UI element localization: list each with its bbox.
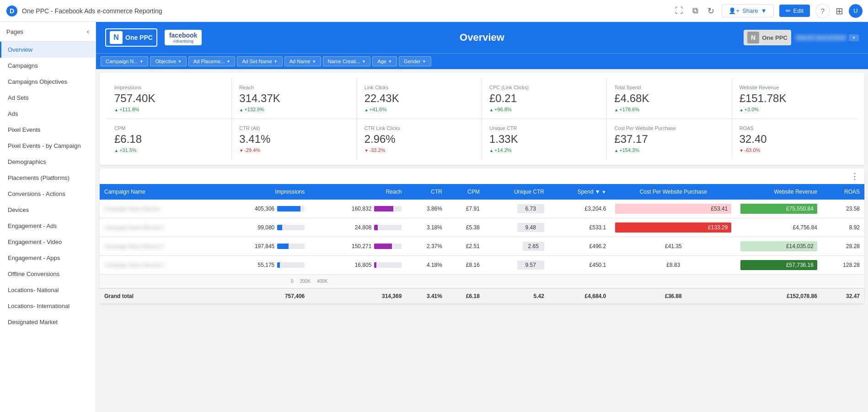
sidebar-item-engagement-video[interactable]: Engagement - Video bbox=[0, 234, 96, 250]
sidebar-item-ad-sets[interactable]: Ad Sets bbox=[0, 90, 96, 106]
metric-cost-per-purchase-change: +154.3% bbox=[614, 147, 724, 153]
sidebar-item-demographics[interactable]: Demographics bbox=[0, 154, 96, 170]
row2-impressions: 99,080 bbox=[212, 218, 309, 237]
filter-campaign-name[interactable]: Campaign N... bbox=[101, 56, 148, 66]
col-reach[interactable]: Reach bbox=[309, 184, 406, 200]
metric-unique-ctr-change: +14.2% bbox=[489, 147, 599, 153]
table-options-menu[interactable]: ⋮ bbox=[851, 171, 859, 181]
share-chevron-icon: ▼ bbox=[761, 7, 767, 14]
edit-button[interactable]: ✏ Edit bbox=[779, 5, 810, 17]
row4-spend: £450.1 bbox=[549, 256, 611, 275]
sidebar-item-ads[interactable]: Ads bbox=[0, 106, 96, 122]
row3-roas: 28.28 bbox=[822, 237, 864, 256]
row3-unique-ctr: 2.65 bbox=[484, 237, 549, 256]
row2-website-rev: £4,756.84 bbox=[736, 218, 822, 237]
filter-ad-set-name[interactable]: Ad Set Name bbox=[237, 56, 282, 66]
col-cpm[interactable]: CPM bbox=[447, 184, 484, 200]
sidebar-item-pixel-events[interactable]: Pixel Events bbox=[0, 122, 96, 138]
sidebar-item-overview[interactable]: Overview bbox=[0, 42, 96, 58]
metrics-section: Impressions 757.40K +111.8% Reach 314.37… bbox=[100, 73, 864, 165]
row2-roas: 8.92 bbox=[822, 218, 864, 237]
col-ctr[interactable]: CTR bbox=[406, 184, 447, 200]
row4-unique-ctr: 9.57 bbox=[484, 256, 549, 275]
col-roas[interactable]: ROAS bbox=[822, 184, 864, 200]
share-button[interactable]: 👤+ Share ▼ bbox=[722, 4, 773, 17]
metric-roas: ROAS 32.40 -63.0% bbox=[732, 119, 857, 159]
arrow-up-icon bbox=[489, 107, 493, 112]
sidebar-item-campaigns[interactable]: Campaigns bbox=[0, 58, 96, 74]
grand-total-unique-ctr: 5.42 bbox=[484, 288, 549, 304]
main-content: N One PPC facebook Advertising Overview … bbox=[96, 22, 868, 412]
edit-label: Edit bbox=[793, 7, 804, 14]
share-label: Share bbox=[742, 7, 758, 14]
logo-one-ppc-label-left: One PPC bbox=[125, 34, 153, 41]
col-website-revenue[interactable]: Website Revenue bbox=[736, 184, 822, 200]
metric-total-spend-value: £4.68K bbox=[614, 92, 724, 105]
sidebar-item-engagement-ads[interactable]: Engagement - Ads bbox=[0, 218, 96, 234]
metric-cost-per-purchase-value: £37.17 bbox=[614, 133, 724, 146]
refresh-button[interactable]: ↻ bbox=[706, 4, 716, 18]
grand-total-row: Grand total 757,406 314,369 3.41% £6.18 … bbox=[100, 288, 864, 304]
grand-total-roas: 32.47 bbox=[822, 288, 864, 304]
fb-text: facebook bbox=[169, 32, 197, 39]
col-cost-per-purchase[interactable]: Cost Per Website Purchase bbox=[611, 184, 736, 200]
sidebar-collapse-icon[interactable]: ‹ bbox=[87, 27, 89, 36]
metric-ctr-all-change: -29.4% bbox=[239, 147, 349, 153]
filter-ad-name[interactable]: Ad Name bbox=[284, 56, 321, 66]
metric-cpc: CPC (Link Clicks) £0.21 +96.8% bbox=[482, 78, 607, 119]
filter-name-creative[interactable]: Name Creati... bbox=[323, 56, 371, 66]
sidebar-item-placements[interactable]: Placements (Platforms) bbox=[0, 170, 96, 186]
arrow-down-icon bbox=[739, 147, 744, 153]
avatar[interactable]: U bbox=[849, 4, 863, 18]
rev-badge: £57,736.16 bbox=[740, 260, 817, 270]
sidebar-item-campaigns-objectives[interactable]: Campaigns Objectives bbox=[0, 74, 96, 90]
metric-cpc-label: CPC (Link Clicks) bbox=[489, 85, 599, 90]
arrow-up-icon bbox=[114, 107, 118, 112]
metric-link-clicks-label: Link Clicks bbox=[364, 85, 474, 90]
sidebar-item-devices[interactable]: Devices bbox=[0, 202, 96, 218]
unique-ctr-bg: 2.65 bbox=[523, 242, 544, 251]
row3-ctr: 2.37% bbox=[406, 237, 447, 256]
filter-gender[interactable]: Gender bbox=[399, 56, 431, 66]
date-dropdown-icon[interactable]: ▼ bbox=[849, 34, 859, 41]
metric-cpm-change: +31.5% bbox=[114, 147, 224, 153]
metric-impressions-label: Impressions bbox=[114, 85, 224, 90]
metric-ctr-all: CTR (All) 3.41% -29.4% bbox=[232, 119, 357, 159]
sidebar-item-pixel-events-campaign[interactable]: Pixel Events - by Campaign bbox=[0, 138, 96, 154]
col-campaign-name[interactable]: Campaign Name bbox=[100, 184, 212, 200]
sidebar-item-locations-national[interactable]: Locations- National bbox=[0, 282, 96, 298]
unique-ctr-bg: 9.48 bbox=[517, 223, 544, 232]
filter-ad-placement[interactable]: Ad Placeme... bbox=[188, 56, 235, 66]
row4-ctr: 4.18% bbox=[406, 256, 447, 275]
metric-cpc-change: +96.8% bbox=[489, 107, 599, 112]
metric-roas-change: -63.0% bbox=[739, 147, 850, 153]
sidebar-item-engagement-apps[interactable]: Engagement - Apps bbox=[0, 250, 96, 266]
sidebar-item-offline-conversions[interactable]: Offline Conversions bbox=[0, 266, 96, 282]
grand-total-cpm: £6.18 bbox=[447, 288, 484, 304]
grand-total-ctr: 3.41% bbox=[406, 288, 447, 304]
logo-n-letter-right: N bbox=[751, 34, 755, 41]
metric-roas-value: 32.40 bbox=[739, 133, 850, 146]
col-impressions[interactable]: Impressions bbox=[212, 184, 309, 200]
col-unique-ctr[interactable]: Unique CTR bbox=[484, 184, 549, 200]
copy-button[interactable]: ⧉ bbox=[691, 4, 700, 17]
metric-total-spend-change: +178.6% bbox=[614, 107, 724, 112]
row3-impressions: 197,845 bbox=[212, 237, 309, 256]
filter-age[interactable]: Age bbox=[372, 56, 397, 66]
sidebar-item-conversions-actions[interactable]: Conversions - Actions bbox=[0, 186, 96, 202]
sidebar-item-locations-intl[interactable]: Locations- International bbox=[0, 298, 96, 314]
apps-button[interactable]: ⊞ bbox=[836, 5, 843, 16]
col-spend[interactable]: Spend ▼ bbox=[549, 184, 611, 200]
row4-impressions: 55,175 bbox=[212, 256, 309, 275]
filter-objective[interactable]: Objective bbox=[150, 56, 187, 66]
metric-total-spend-label: Total Spend bbox=[614, 85, 724, 90]
metric-roas-label: ROAS bbox=[739, 125, 850, 131]
fullscreen-button[interactable]: ⛶ bbox=[673, 4, 685, 17]
metric-ctr-link-clicks: CTR Link Clicks 2.96% -33.2% bbox=[357, 119, 482, 159]
sidebar-item-designated-market[interactable]: Designated Market bbox=[0, 314, 96, 330]
share-icon: 👤+ bbox=[729, 7, 739, 14]
table-row: Campaign Name Blurred 405,306 1 bbox=[100, 200, 864, 218]
reach-bar bbox=[374, 206, 402, 211]
help-button[interactable]: ? bbox=[815, 4, 830, 18]
row3-campaign: Campaign Name Blurred 3 bbox=[100, 237, 212, 256]
